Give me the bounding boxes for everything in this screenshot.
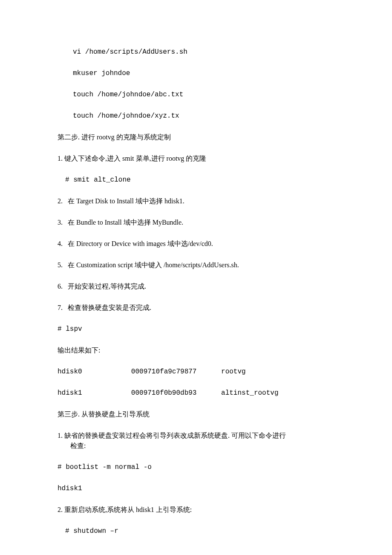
code-line: mkuser johndoe (58, 68, 334, 78)
numbered-item: 1. 缺省的替换硬盘安装过程会将引导列表改成新系统硬盘. 可用以下命令进行 检查… (58, 431, 334, 451)
step-heading: 第二步. 进行 rootvg 的克隆与系统定制 (58, 132, 334, 142)
code-line: # shutdown –r (58, 526, 334, 536)
output-line: hdisk1 (58, 483, 334, 494)
output-line: hdisk0 0009710fa9c79877 rootvg (58, 367, 334, 377)
text-line: 检查: (58, 441, 334, 451)
numbered-item: 5. 在 Customization script 域中键入 /home/scr… (58, 260, 334, 270)
code-line: touch /home/johndoe/xyz.tx (58, 111, 334, 121)
numbered-item: 2. 重新启动系统,系统将从 hdisk1 上引导系统: (58, 505, 334, 515)
document-page: vi /home/scripts/AddUsers.sh mkuser john… (0, 0, 392, 555)
numbered-item: 4. 在 Directory or Device with images 域中选… (58, 239, 334, 249)
numbered-item: 6. 开始安装过程,等待其完成. (58, 281, 334, 292)
numbered-item: 7. 检查替换硬盘安装是否完成. (58, 303, 334, 313)
output-line: hdisk1 0009710f0b90db93 altinst_rootvg (58, 388, 334, 398)
code-line: # lspv (58, 324, 334, 334)
code-line: vi /home/scripts/AddUsers.sh (58, 47, 334, 57)
code-line: # bootlist -m normal -o (58, 462, 334, 472)
code-line: # smit alt_clone (58, 175, 334, 185)
step-heading: 第三步. 从替换硬盘上引导系统 (58, 409, 334, 419)
text-line: 1. 缺省的替换硬盘安装过程会将引导列表改成新系统硬盘. 可用以下命令进行 (58, 431, 334, 441)
text-line: 输出结果如下: (58, 345, 334, 356)
numbered-item: 3. 在 Bundle to Install 域中选择 MyBundle. (58, 217, 334, 228)
numbered-item: 2. 在 Target Disk to Install 域中选择 hdisk1. (58, 196, 334, 206)
code-line: touch /home/johndoe/abc.txt (58, 90, 334, 100)
numbered-item: 1. 键入下述命令,进入 smit 菜单,进行 rootvg 的克隆 (58, 153, 334, 164)
